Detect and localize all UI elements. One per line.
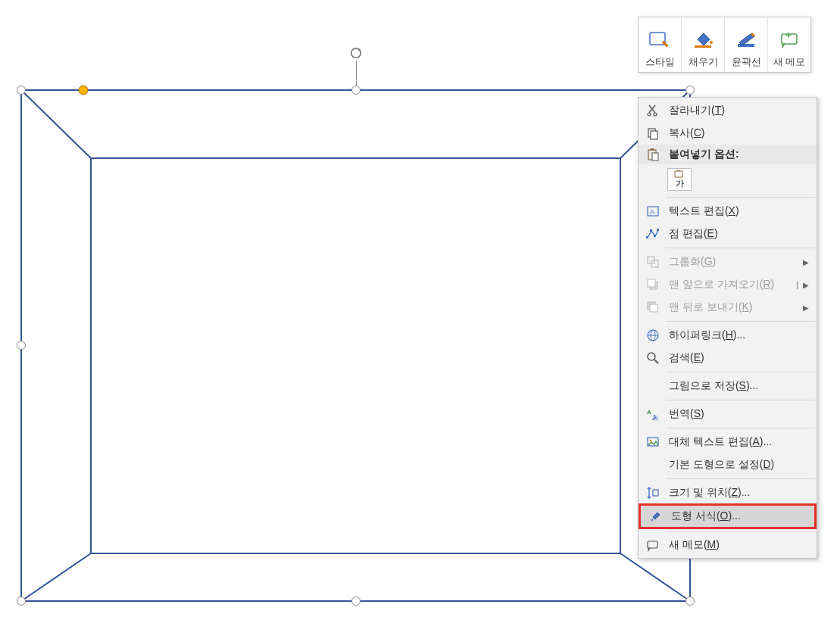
translate-icon: Aあ [645, 407, 661, 422]
menu-group: 그룹화(G) ▶ [639, 251, 817, 273]
svg-point-43 [650, 440, 652, 442]
menu-search[interactable]: 검색(E) [639, 347, 817, 369]
style-icon [647, 28, 673, 51]
blank-icon [645, 379, 661, 394]
menu-bring-front: 맨 앞으로 가져오기(R) | ▶ [639, 273, 817, 296]
menu-label: 잘라내기(T) [669, 104, 809, 117]
fill-icon [690, 28, 716, 51]
menu-separator [666, 478, 815, 479]
svg-rect-19 [651, 148, 654, 151]
menu-format-shape[interactable]: 도형 서식(O)... [639, 503, 817, 529]
menu-separator [666, 400, 815, 400]
svg-rect-27 [654, 235, 656, 237]
new-memo-label: 새 메모 [773, 55, 806, 69]
selection-handle[interactable] [685, 597, 695, 606]
paste-icon [645, 147, 661, 162]
menu-label: 맨 앞으로 가져오기(R) [669, 278, 795, 291]
menu-separator [666, 248, 815, 248]
selection-handle[interactable] [17, 341, 26, 350]
fill-button[interactable]: 채우기 [681, 17, 724, 72]
selection-handle[interactable] [685, 86, 695, 95]
adjust-handle[interactable] [79, 86, 89, 95]
svg-text:あ: あ [652, 414, 658, 421]
menu-paste-option-1[interactable]: 가 [639, 164, 817, 195]
menu-set-default-shape[interactable]: 기본 도형으로 설정(D) [639, 453, 817, 476]
menu-label: 그룹화(G) [669, 255, 798, 269]
menu-label: 복사(C) [669, 126, 809, 140]
submenu-arrow-icon: ▶ [803, 281, 809, 289]
svg-rect-10 [738, 44, 754, 47]
svg-line-2 [21, 90, 91, 158]
menu-send-back: 맨 뒤로 보내기(K) ▶ [639, 296, 817, 319]
menu-hyperlink[interactable]: 하이퍼링크(H)... [639, 324, 817, 347]
group-icon [645, 254, 661, 269]
menu-label: 붙여넣기 옵션: [669, 148, 809, 161]
menu-translate[interactable]: Aあ 번역(S) [639, 403, 817, 425]
send-back-icon [645, 300, 661, 315]
size-position-icon [645, 485, 661, 500]
menu-new-memo[interactable]: 새 메모(M) [639, 534, 817, 556]
svg-marker-1 [91, 158, 620, 553]
svg-point-38 [648, 353, 655, 360]
svg-rect-21 [675, 171, 682, 177]
menu-edit-text[interactable]: A 텍스트 편집(X) [639, 200, 817, 223]
menu-label: 새 메모(M) [669, 538, 809, 552]
menu-label: 검색(E) [669, 351, 809, 365]
svg-marker-0 [21, 90, 690, 601]
menu-label: 맨 뒤로 보내기(K) [669, 301, 798, 314]
outline-label: 윤곽선 [732, 55, 761, 69]
svg-rect-9 [695, 45, 711, 48]
cut-icon [645, 103, 661, 118]
svg-rect-32 [648, 279, 655, 287]
svg-line-4 [21, 553, 91, 601]
svg-rect-22 [677, 170, 680, 171]
copy-icon [645, 126, 661, 141]
menu-alt-text[interactable]: 대체 텍스트 편집(A)... [639, 431, 817, 453]
svg-rect-25 [646, 236, 648, 238]
svg-rect-17 [651, 131, 657, 139]
menu-label: 크기 및 위치(Z)... [669, 486, 809, 500]
paste-clipboard-icon: 가 [667, 168, 692, 191]
menu-separator [666, 372, 815, 372]
menu-paste-options-header: 붙여넣기 옵션: [639, 145, 817, 164]
menu-separator [666, 428, 815, 428]
selection-handle[interactable] [351, 597, 361, 606]
style-label: 스타일 [645, 55, 675, 69]
svg-rect-20 [652, 153, 658, 160]
menu-label: 그림으로 저장(S)... [669, 379, 809, 393]
style-button[interactable]: 스타일 [639, 17, 681, 72]
menu-cut[interactable]: 잘라내기(T) [639, 99, 817, 122]
menu-label: 대체 텍스트 편집(A)... [669, 435, 809, 449]
svg-text:A: A [650, 208, 654, 216]
menu-save-as-picture[interactable]: 그림으로 저장(S)... [639, 375, 817, 397]
mini-toolbar: 스타일 채우기 윤곽선 [638, 17, 811, 73]
format-shape-icon [647, 509, 664, 524]
svg-point-8 [710, 41, 713, 44]
fill-label: 채우기 [689, 55, 718, 69]
new-memo-button[interactable]: 새 메모 [767, 17, 810, 72]
submenu-arrow-icon: | [796, 281, 798, 289]
menu-label: 번역(S) [669, 407, 809, 421]
selection-handle[interactable] [17, 86, 26, 95]
selection-handle[interactable] [351, 86, 361, 95]
menu-copy[interactable]: 복사(C) [639, 122, 817, 145]
svg-text:A: A [647, 409, 651, 416]
menu-separator [666, 531, 815, 531]
menu-edit-points[interactable]: 점 편집(E) [639, 223, 817, 245]
menu-label: 하이퍼링크(H)... [669, 329, 809, 342]
outline-button[interactable]: 윤곽선 [724, 17, 767, 72]
menu-size-position[interactable]: 크기 및 위치(Z)... [639, 481, 817, 504]
paste-glyph: 가 [676, 178, 684, 189]
selection-handle[interactable] [17, 597, 26, 606]
submenu-arrow-icon: ▶ [803, 258, 809, 266]
svg-rect-34 [650, 304, 657, 312]
outline-icon [733, 28, 759, 51]
menu-separator [666, 321, 815, 322]
svg-line-39 [654, 360, 658, 363]
alt-text-icon [645, 435, 661, 450]
rotation-handle[interactable] [349, 46, 363, 60]
svg-line-5 [620, 553, 690, 601]
bring-front-icon [645, 277, 661, 292]
svg-rect-26 [650, 229, 652, 232]
menu-label: 점 편집(E) [669, 227, 809, 241]
